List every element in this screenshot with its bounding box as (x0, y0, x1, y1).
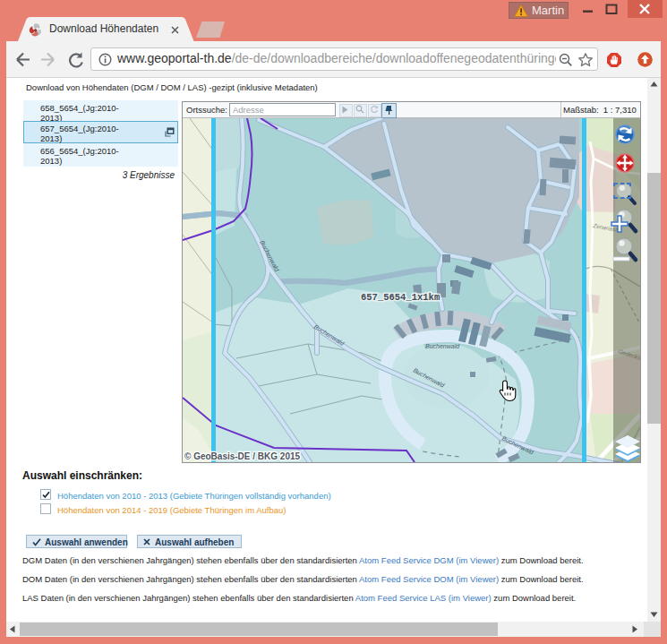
svg-text:© GeoBasis-DE / BKG 2015: © GeoBasis-DE / BKG 2015 (184, 451, 301, 461)
svg-text:Buchenwald: Buchenwald (425, 343, 460, 349)
svg-text:657_5654_1x1km: 657_5654_1x1km (361, 292, 440, 303)
